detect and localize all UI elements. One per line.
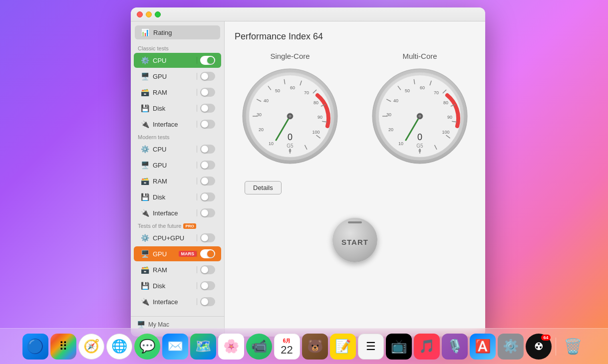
toggle-right xyxy=(197,265,215,274)
start-button[interactable]: START xyxy=(332,217,377,262)
toggle-right xyxy=(197,281,215,290)
dock-item-music[interactable]: 🎵 xyxy=(414,334,440,360)
gpu-classic-toggle[interactable] xyxy=(200,72,215,81)
single-core-gauge: Single-Core xyxy=(240,52,340,166)
interface-future-toggle[interactable] xyxy=(200,297,215,306)
toggle-right xyxy=(197,56,215,65)
multi-core-label: Multi-Core xyxy=(402,52,437,60)
interface-modern-toggle[interactable] xyxy=(200,208,215,217)
dock-item-trash[interactable]: 🗑️ xyxy=(560,334,586,360)
gpu-mars-future-toggle[interactable] xyxy=(200,249,215,258)
disk-classic-toggle[interactable] xyxy=(200,104,215,113)
divider xyxy=(197,282,197,289)
cpu-classic-toggle[interactable] xyxy=(200,56,215,65)
finder-icon: 🔵 xyxy=(26,338,44,355)
sidebar-item-gpu-modern[interactable]: 🖥️ GPU xyxy=(134,158,221,173)
maximize-button[interactable] xyxy=(155,11,161,17)
dock-item-calendar[interactable]: 6月 22 xyxy=(274,334,300,360)
dock-item-tv[interactable]: 📺 xyxy=(386,334,412,360)
dock-item-podcasts[interactable]: 🎙️ xyxy=(442,334,468,360)
sidebar-rating[interactable]: 📊 Rating xyxy=(135,25,220,39)
reminders-icon: ☰ xyxy=(366,340,376,353)
dock-item-chrome[interactable]: 🌐 xyxy=(106,334,132,360)
sidebar-item-ram-modern[interactable]: 🗃️ RAM xyxy=(134,174,221,188)
sidebar-item-gpu-classic[interactable]: 🖥️ GPU xyxy=(134,69,221,84)
pro-badge: PRO xyxy=(183,223,196,229)
divider xyxy=(197,178,197,184)
disk-modern-toggle[interactable] xyxy=(200,192,215,201)
svg-text:60: 60 xyxy=(290,85,295,90)
podcasts-icon: 🎙️ xyxy=(447,339,463,354)
sidebar-item-disk-classic[interactable]: 💾 Disk xyxy=(134,101,221,116)
svg-text:90: 90 xyxy=(447,115,452,120)
toggle-right xyxy=(197,104,215,113)
dock-item-facetime[interactable]: 📹 xyxy=(246,334,272,360)
messages-icon: 💬 xyxy=(139,339,155,354)
divider xyxy=(197,266,197,273)
sidebar-item-interface-classic[interactable]: 🔌 Interface xyxy=(134,117,221,132)
dock-item-settings[interactable]: ⚙️ xyxy=(498,334,524,360)
dock-item-notes[interactable]: 📝 xyxy=(330,334,356,360)
interface-classic-toggle[interactable] xyxy=(200,120,215,129)
appstore-icon: 🅰️ xyxy=(475,339,491,354)
toggle-right xyxy=(197,192,215,201)
dock-item-mail[interactable]: ✉️ xyxy=(162,334,188,360)
dock-item-messages[interactable]: 💬 xyxy=(134,334,160,360)
svg-text:80: 80 xyxy=(313,100,318,105)
divider xyxy=(197,298,197,305)
ram-icon: 🗃️ xyxy=(140,265,150,275)
dock-item-nuke[interactable]: ☢ 64 xyxy=(526,334,552,360)
single-core-label: Single-Core xyxy=(270,52,309,60)
nuke-badge: 64 xyxy=(541,335,550,341)
window-body: 📊 Rating Classic tests ⚙️ CPU 🖥️ GPU xyxy=(131,21,485,337)
dock-item-launchpad[interactable]: ⠿ xyxy=(50,334,76,360)
ram-classic-toggle[interactable] xyxy=(200,88,215,97)
dock-item-bear[interactable]: 🐻 xyxy=(302,334,328,360)
ram-modern-toggle[interactable] xyxy=(200,177,215,185)
sidebar-item-cpu-modern[interactable]: ⚙️ CPU xyxy=(134,142,221,157)
sidebar-item-ram-classic[interactable]: 🗃️ RAM xyxy=(134,85,221,100)
toggle-right xyxy=(197,233,215,242)
sidebar-item-disk-modern[interactable]: 💾 Disk xyxy=(134,189,221,204)
sidebar-item-interface-modern[interactable]: 🔌 Interface xyxy=(134,205,221,220)
disk-icon: 💾 xyxy=(140,192,150,202)
sidebar-item-disk-future[interactable]: 💾 Disk xyxy=(134,278,221,293)
dock-item-maps[interactable]: 🗺️ xyxy=(190,334,216,360)
svg-text:0: 0 xyxy=(417,132,422,142)
sidebar-item-cpugpu-future[interactable]: ⚙️ CPU+GPU xyxy=(134,230,221,245)
close-button[interactable] xyxy=(137,11,143,17)
classic-tests-label: Classic tests xyxy=(131,43,224,52)
sidebar-item-cpu-classic[interactable]: ⚙️ CPU xyxy=(134,53,221,68)
cpu-modern-toggle[interactable] xyxy=(200,145,215,154)
minimize-button[interactable] xyxy=(146,11,152,17)
gpu-icon: 🖥️ xyxy=(140,160,150,170)
gpu-mars-icon: 🖥️ xyxy=(140,249,150,259)
disk-future-toggle[interactable] xyxy=(200,281,215,290)
svg-point-27 xyxy=(289,115,292,118)
disk-icon: 💾 xyxy=(140,103,150,113)
svg-text:100: 100 xyxy=(442,130,449,135)
sidebar: 📊 Rating Classic tests ⚙️ CPU 🖥️ GPU xyxy=(131,21,225,337)
details-button[interactable]: Details xyxy=(245,181,282,194)
divider xyxy=(197,89,197,96)
sidebar-item-gpu-mars-future[interactable]: 🖥️ GPU MARS xyxy=(134,246,221,261)
dock-item-safari[interactable]: 🧭 xyxy=(78,334,104,360)
rating-label: Rating xyxy=(153,29,172,36)
notes-icon: 📝 xyxy=(335,339,351,354)
ram-icon: 🗃️ xyxy=(140,87,150,97)
cpugpu-future-toggle[interactable] xyxy=(200,233,215,242)
dock-item-reminders[interactable]: ☰ xyxy=(358,334,384,360)
ram-future-toggle[interactable] xyxy=(200,265,215,274)
sidebar-item-interface-future[interactable]: 🔌 Interface xyxy=(134,294,221,309)
sidebar-item-ram-future[interactable]: 🗃️ RAM xyxy=(134,262,221,277)
multi-core-gauge: Multi-Core xyxy=(370,52,470,166)
dock-item-appstore[interactable]: 🅰️ xyxy=(470,334,496,360)
toggle-right xyxy=(197,177,215,185)
dock-item-photos[interactable]: 🌸 xyxy=(218,334,244,360)
chart-icon: 📊 xyxy=(141,28,149,36)
photos-icon: 🌸 xyxy=(223,339,239,354)
divider xyxy=(197,162,197,169)
gpu-modern-toggle[interactable] xyxy=(200,161,215,170)
dock-item-finder[interactable]: 🔵 xyxy=(22,334,48,360)
main-content: Performance Index 64 Single-Core xyxy=(225,21,485,337)
